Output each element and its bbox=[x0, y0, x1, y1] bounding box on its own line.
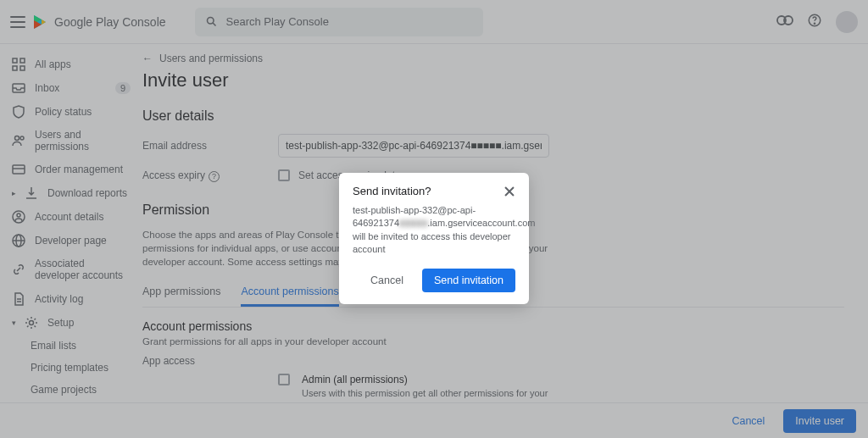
modal-cancel-button[interactable]: Cancel bbox=[360, 269, 414, 291]
send-invitation-modal: Send invitation? test-publish-app-332@pc… bbox=[339, 173, 529, 304]
modal-title: Send invitation? bbox=[353, 185, 431, 197]
modal-send-button[interactable]: Send invitation bbox=[422, 269, 515, 292]
close-icon[interactable] bbox=[504, 186, 515, 197]
modal-body: test-publish-app-332@pc-api-646921374■■■… bbox=[353, 204, 515, 257]
modal-overlay[interactable]: Send invitation? test-publish-app-332@pc… bbox=[0, 0, 868, 438]
